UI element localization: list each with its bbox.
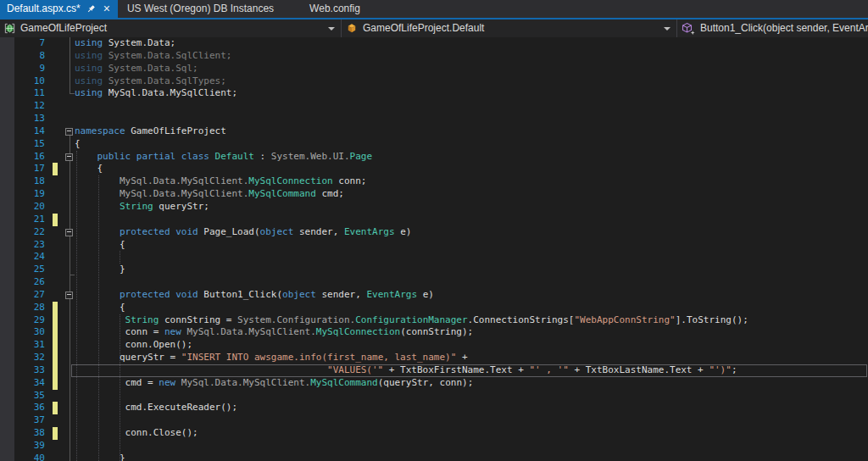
code-text[interactable] (75, 214, 868, 226)
code-text[interactable] (75, 414, 868, 427)
code-text[interactable]: using System.Data; (75, 37, 868, 50)
line-number[interactable]: 12 (14, 100, 47, 113)
breakpoint-cell[interactable] (0, 302, 14, 314)
code-text[interactable]: } (75, 453, 868, 461)
project-dropdown[interactable]: GameOfLifeProject (0, 19, 342, 37)
code-line-30[interactable]: 30 conn = new MySql.Data.MySqlClient.MyS… (0, 326, 868, 339)
code-line-9[interactable]: 9using System.Data.Sql; (0, 63, 868, 75)
breakpoint-cell[interactable] (0, 390, 14, 403)
code-text[interactable]: using System.Data.SqlTypes; (75, 75, 868, 88)
code-text[interactable]: using System.Data.SqlClient; (75, 50, 868, 63)
line-number[interactable]: 17 (14, 163, 47, 175)
line-number[interactable]: 20 (14, 201, 47, 214)
line-number[interactable]: 38 (14, 427, 47, 440)
code-line-40[interactable]: 40 } (0, 453, 868, 461)
code-text[interactable] (75, 440, 868, 453)
code-text[interactable]: String queryStr; (75, 201, 868, 214)
code-line-22[interactable]: 22 protected void Page_Load(object sende… (0, 226, 868, 239)
code-text[interactable]: using MySql.Data.MySqlClient; (75, 87, 868, 100)
code-text[interactable]: using System.Data.Sql; (75, 63, 868, 75)
breakpoint-cell[interactable] (0, 414, 14, 427)
collapse-toggle-icon[interactable] (65, 128, 73, 136)
line-number[interactable]: 28 (14, 302, 47, 314)
line-number[interactable]: 25 (14, 264, 47, 276)
code-line-36[interactable]: 36 cmd.ExecuteReader(); (0, 402, 868, 414)
code-text[interactable]: "VALUES('" + TxtBoxFirstName.Text + "' ,… (75, 364, 868, 377)
code-text[interactable]: conn = new MySql.Data.MySqlClient.MySqlC… (75, 326, 868, 339)
code-text[interactable]: conn.Open(); (75, 339, 868, 352)
code-text[interactable]: protected void Button1_Click(object send… (75, 289, 868, 302)
breakpoint-cell[interactable] (0, 50, 14, 63)
close-icon[interactable]: × (102, 3, 112, 14)
line-number[interactable]: 37 (14, 414, 47, 427)
code-line-20[interactable]: 20 String queryStr; (0, 201, 868, 214)
breakpoint-cell[interactable] (0, 151, 14, 164)
line-number[interactable]: 15 (14, 138, 47, 151)
code-line-19[interactable]: 19 MySql.Data.MySqlClient.MySqlCommand c… (0, 188, 868, 201)
breakpoint-cell[interactable] (0, 175, 14, 188)
code-text[interactable]: MySql.Data.MySqlClient.MySqlCommand cmd; (75, 188, 868, 201)
breakpoint-cell[interactable] (0, 37, 14, 50)
code-line-37[interactable]: 37 (0, 414, 868, 427)
line-number[interactable]: 7 (14, 37, 47, 50)
line-number[interactable]: 9 (14, 63, 47, 75)
code-line-29[interactable]: 29 String connString = System.Configurat… (0, 314, 868, 327)
code-line-38[interactable]: 38 conn.Close(); (0, 427, 868, 440)
tab-us-west-db-instances[interactable]: US West (Oregon) DB Instances (118, 0, 292, 18)
breakpoint-cell[interactable] (0, 201, 14, 214)
code-text[interactable]: MySql.Data.MySqlClient.MySqlConnection c… (75, 175, 868, 188)
breakpoint-cell[interactable] (0, 427, 14, 440)
line-number[interactable]: 35 (14, 390, 47, 403)
code-text[interactable] (75, 100, 868, 113)
code-text[interactable] (75, 390, 868, 403)
type-dropdown[interactable]: GameOfLifeProject.Default (342, 19, 677, 37)
code-line-8[interactable]: 8using System.Data.SqlClient; (0, 50, 868, 63)
code-text[interactable]: cmd = new MySql.Data.MySqlClient.MySqlCo… (75, 377, 868, 390)
breakpoint-cell[interactable] (0, 251, 14, 264)
code-line-16[interactable]: 16 public partial class Default : System… (0, 151, 868, 164)
code-line-14[interactable]: 14namespace GameOfLifeProject (0, 125, 868, 138)
breakpoint-cell[interactable] (0, 75, 14, 88)
breakpoint-cell[interactable] (0, 63, 14, 75)
code-line-25[interactable]: 25 } (0, 264, 868, 276)
code-line-18[interactable]: 18 MySql.Data.MySqlClient.MySqlConnectio… (0, 175, 868, 188)
code-text[interactable] (75, 276, 868, 289)
breakpoint-cell[interactable] (0, 276, 14, 289)
code-line-7[interactable]: 7using System.Data; (0, 37, 868, 50)
code-text[interactable]: { (75, 163, 868, 175)
code-line-12[interactable]: 12 (0, 100, 868, 113)
code-text[interactable]: { (75, 239, 868, 252)
code-line-13[interactable]: 13 (0, 113, 868, 125)
member-dropdown[interactable]: Button1_Click(object sender, EventArgs e… (677, 19, 868, 37)
code-text[interactable]: conn.Close(); (75, 427, 868, 440)
code-line-32[interactable]: 32 queryStr = "INSERT INTO awsgame.info(… (0, 352, 868, 364)
line-number[interactable]: 26 (14, 276, 47, 289)
line-number[interactable]: 22 (14, 226, 47, 239)
code-line-17[interactable]: 17 { (0, 163, 868, 175)
breakpoint-cell[interactable] (0, 163, 14, 175)
line-number[interactable]: 23 (14, 239, 47, 252)
code-line-21[interactable]: 21 (0, 214, 868, 226)
breakpoint-cell[interactable] (0, 214, 14, 226)
collapse-toggle-icon[interactable] (65, 292, 73, 299)
code-line-26[interactable]: 26 (0, 276, 868, 289)
code-text[interactable]: String connString = System.Configuration… (75, 314, 868, 327)
line-number[interactable]: 29 (14, 314, 47, 327)
line-number[interactable]: 32 (14, 352, 47, 364)
breakpoint-cell[interactable] (0, 125, 14, 138)
code-line-28[interactable]: 28 { (0, 302, 868, 314)
code-line-39[interactable]: 39 (0, 440, 868, 453)
line-number[interactable]: 19 (14, 188, 47, 201)
collapse-toggle-icon[interactable] (65, 229, 73, 236)
line-number[interactable]: 36 (14, 402, 47, 414)
code-line-11[interactable]: 11using MySql.Data.MySqlClient; (0, 87, 868, 100)
code-text[interactable]: namespace GameOfLifeProject (75, 125, 868, 138)
breakpoint-cell[interactable] (0, 377, 14, 390)
tab-default-aspx-cs[interactable]: Default.aspx.cs* × (0, 0, 118, 18)
breakpoint-cell[interactable] (0, 138, 14, 151)
line-number[interactable]: 33 (14, 364, 47, 377)
breakpoint-cell[interactable] (0, 314, 14, 327)
code-editor[interactable]: 7using System.Data;8using System.Data.Sq… (0, 37, 868, 461)
line-number[interactable]: 40 (14, 453, 47, 461)
breakpoint-cell[interactable] (0, 453, 14, 461)
